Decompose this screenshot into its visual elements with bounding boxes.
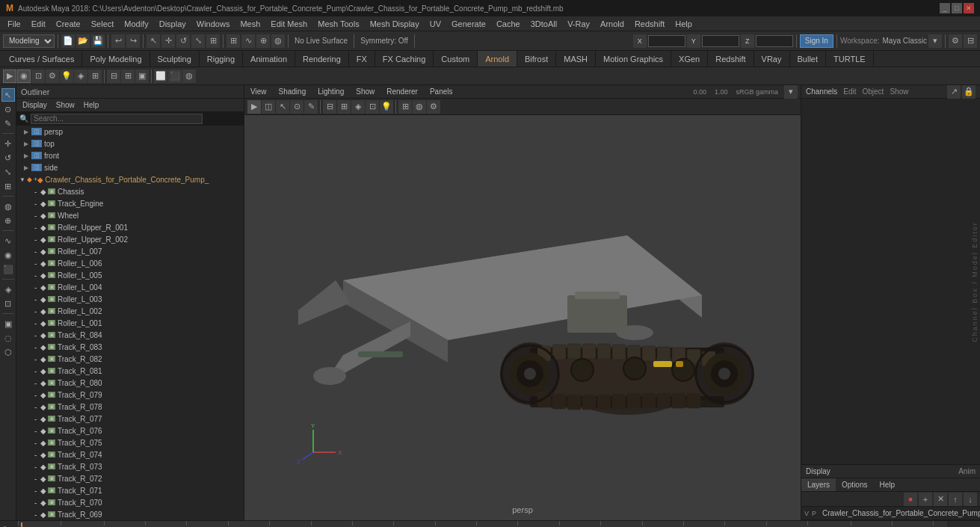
list-item-top[interactable]: ▶ ◫ top — [16, 138, 244, 150]
menu-mesh[interactable]: Mesh — [235, 19, 265, 29]
menu-vray[interactable]: V-Ray — [563, 19, 594, 29]
channels-tab[interactable]: Channels — [806, 87, 837, 96]
layer-down-icon[interactable]: ↓ — [964, 493, 977, 506]
tab-custom[interactable]: Custom — [434, 51, 478, 67]
lights-icon[interactable]: 💡 — [60, 70, 73, 83]
render-seq-icon[interactable]: ▶ — [3, 70, 16, 83]
vp-smooth-icon[interactable]: ⊞ — [337, 100, 351, 114]
list-item[interactable]: - ◆ ▣ Chassis — [16, 185, 244, 197]
snap-grid-icon[interactable]: ⊞ — [226, 34, 240, 48]
list-item[interactable]: - ◆ ▣ Track_R_073 — [16, 460, 244, 472]
y-axis-icon[interactable]: Y — [687, 34, 700, 48]
menu-mesh-tools[interactable]: Mesh Tools — [313, 19, 363, 29]
scale-tool-icon[interactable]: ⤡ — [1, 165, 15, 179]
minimize-button[interactable]: _ — [940, 3, 950, 13]
close-button[interactable]: ✕ — [964, 3, 974, 13]
vp-settings-icon[interactable]: ⚙ — [427, 100, 440, 114]
tab-curves-surfaces[interactable]: Curves / Surfaces — [1, 51, 82, 67]
vp-cam-icon[interactable]: ◫ — [262, 100, 275, 114]
list-item[interactable]: - ◆ ▣ Track_R_084 — [16, 329, 244, 341]
vp-texture-icon[interactable]: ⊡ — [366, 100, 379, 114]
render-cam-icon[interactable]: ◉ — [17, 70, 31, 83]
layout-icon[interactable]: ⊟ — [964, 34, 977, 48]
deform-icon[interactable]: ⬡ — [1, 345, 15, 359]
viewport-icon[interactable]: ⊟ — [107, 70, 120, 83]
rotate-icon[interactable]: ↺ — [176, 34, 190, 48]
vp-grid-icon[interactable]: ⊞ — [398, 100, 412, 114]
gamma-dropdown-icon[interactable]: ▾ — [784, 85, 798, 99]
menu-arnold[interactable]: Arnold — [596, 19, 629, 29]
list-item[interactable]: - ◆ ▣ Track_R_074 — [16, 449, 244, 460]
list-item[interactable]: - ◆ ▣ Track_R_080 — [16, 377, 244, 389]
shading-menu[interactable]: Shading — [276, 87, 309, 96]
list-item[interactable]: - ◆ ▣ Track_R_082 — [16, 353, 244, 365]
menu-help[interactable]: Help — [671, 19, 697, 29]
layer-up-icon[interactable]: ↑ — [949, 493, 962, 506]
rotate-tool-icon[interactable]: ↺ — [1, 151, 15, 164]
layer-add-icon[interactable]: + — [919, 493, 932, 506]
right-panel-lock-icon[interactable]: 🔒 — [962, 85, 976, 99]
layers-tab-layers[interactable]: Layers — [801, 478, 836, 491]
shader-icon[interactable]: ◈ — [74, 70, 87, 83]
settings-icon[interactable]: ⚙ — [949, 34, 962, 48]
menu-edit[interactable]: Edit — [27, 19, 50, 29]
layers-tab-help[interactable]: Help — [873, 478, 901, 491]
list-item[interactable]: - ◆ ▣ Track_R_078 — [16, 401, 244, 413]
vp-wireframe-icon[interactable]: ⊟ — [323, 100, 336, 114]
list-item[interactable]: - ◆ ▣ Track_R_077 — [16, 413, 244, 425]
viewport-canvas[interactable]: X Y Z persp — [244, 115, 801, 520]
list-item-side[interactable]: ▶ ◫ side — [16, 161, 244, 173]
layer-visibility[interactable]: V — [804, 510, 809, 517]
list-item[interactable]: - ◆ ▣ Roller_L_006 — [16, 257, 244, 269]
menu-3dtoall[interactable]: 3DtoAll — [526, 19, 561, 29]
menu-mesh-display[interactable]: Mesh Display — [366, 19, 424, 29]
tab-rigging[interactable]: Rigging — [200, 51, 243, 67]
timeline-track[interactable]: 5 10 15 20 25 30 35 40 45 50 — [18, 521, 947, 527]
layer-row-1[interactable]: V P Crawler_Chassis_for_Portable_Concret… — [801, 507, 980, 520]
tab-poly-modeling[interactable]: Poly Modeling — [82, 51, 150, 67]
menu-display[interactable]: Display — [155, 19, 191, 29]
vp-light-icon[interactable]: 💡 — [380, 100, 393, 114]
renderer-menu[interactable]: Renderer — [383, 87, 421, 96]
tab-fx[interactable]: FX — [349, 51, 375, 67]
list-item[interactable]: - ◆ ▣ Roller_L_001 — [16, 317, 244, 329]
paint-tool-icon[interactable]: ✎ — [1, 117, 15, 130]
x-value-input[interactable] — [648, 35, 685, 47]
tab-sculpting[interactable]: Sculpting — [150, 51, 200, 67]
view-menu[interactable]: View — [247, 87, 270, 96]
list-item[interactable]: - ◆ ▣ Track_R_083 — [16, 341, 244, 353]
mode-dropdown[interactable]: Modeling — [3, 34, 55, 48]
maximize-button[interactable]: □ — [952, 3, 962, 13]
redo-icon[interactable]: ↪ — [126, 34, 140, 48]
workspace-dropdown-icon[interactable]: ▾ — [928, 34, 942, 48]
tab-bullet[interactable]: Bullet — [790, 51, 827, 67]
snap-point-icon[interactable]: ⊕ — [256, 34, 270, 48]
render-settings-icon[interactable]: ⚙ — [46, 70, 59, 83]
panels-menu[interactable]: Panels — [427, 87, 456, 96]
tab-xgen[interactable]: XGen — [671, 51, 708, 67]
list-item[interactable]: - ◆ ▣ Roller_L_004 — [16, 281, 244, 293]
snap-tools-icon[interactable]: ⊕ — [1, 214, 15, 227]
texture-icon[interactable]: ⊞ — [88, 70, 102, 83]
scale-icon[interactable]: ⤡ — [191, 34, 205, 48]
vp-paint-icon[interactable]: ✎ — [304, 100, 318, 114]
menu-generate[interactable]: Generate — [447, 19, 490, 29]
select-icon[interactable]: ↖ — [147, 34, 160, 48]
edit-tab[interactable]: Edit — [843, 87, 856, 96]
move-tool-icon[interactable]: ✛ — [1, 137, 15, 150]
select-tool-icon[interactable]: ↖ — [1, 88, 15, 102]
list-item[interactable]: - ◆ ▣ Roller_L_005 — [16, 269, 244, 281]
menu-cache[interactable]: Cache — [492, 19, 525, 29]
tab-animation[interactable]: Animation — [243, 51, 295, 67]
tab-turtle[interactable]: TURTLE — [826, 51, 874, 67]
list-item[interactable]: - ◆ ▣ Track_R_072 — [16, 472, 244, 484]
menu-select[interactable]: Select — [87, 19, 119, 29]
list-item[interactable]: - ◆ ▣ Roller_L_003 — [16, 293, 244, 305]
curve-tool-icon[interactable]: ∿ — [1, 234, 15, 247]
paint2-icon[interactable]: ⬛ — [1, 262, 15, 276]
menu-redshift[interactable]: Redshift — [630, 19, 669, 29]
layer-delete-icon[interactable]: ✕ — [934, 493, 947, 506]
tab-bifrost[interactable]: Bifrost — [517, 51, 556, 67]
tab-fx-caching[interactable]: FX Caching — [375, 51, 434, 67]
render2-icon[interactable]: ▣ — [1, 317, 15, 330]
